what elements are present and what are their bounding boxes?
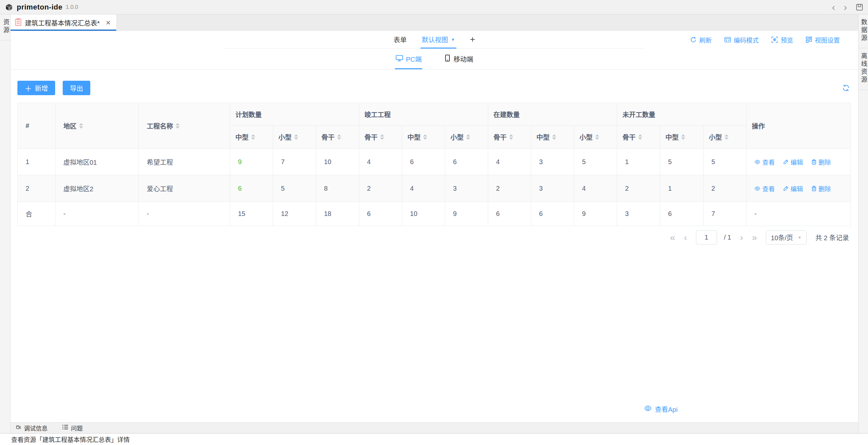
view-settings-label: 视图设置 xyxy=(815,35,840,44)
tab-default-view[interactable]: 默认视图 ▼ xyxy=(422,31,455,48)
titlebar: primeton-ide 1.0.0 ‹ › xyxy=(0,0,868,14)
column-header[interactable]: 地区 xyxy=(56,103,139,149)
sort-icon[interactable] xyxy=(595,134,599,140)
column-subheader[interactable]: 小型 xyxy=(704,126,747,149)
prev-page-icon[interactable]: ‹ xyxy=(684,233,687,242)
table-cell: 3 xyxy=(531,149,574,175)
sort-icon[interactable] xyxy=(294,134,298,140)
delete-icon xyxy=(811,186,816,191)
page-size-select[interactable]: 10条/页 ▼ xyxy=(766,230,807,245)
nav-back-icon[interactable]: ‹ xyxy=(832,2,835,12)
sort-icon[interactable] xyxy=(681,134,685,140)
export-button[interactable]: 导出 xyxy=(63,81,90,95)
tab-mobile[interactable]: 移动端 xyxy=(444,49,473,69)
sort-icon[interactable] xyxy=(337,134,341,140)
sort-icon[interactable] xyxy=(176,123,180,129)
column-subheader[interactable]: 小型 xyxy=(574,126,617,149)
table-cell: 5 xyxy=(704,149,747,175)
chevron-down-icon[interactable]: ▼ xyxy=(451,37,455,42)
sort-icon[interactable] xyxy=(552,134,556,140)
table-cell: 10 xyxy=(316,149,359,175)
view-settings-button[interactable]: 视图设置 xyxy=(806,35,840,44)
table-cell: 虚拟地区01 xyxy=(56,149,139,175)
edit-link[interactable]: 编辑 xyxy=(783,184,803,193)
next-page-icon[interactable]: › xyxy=(740,233,743,242)
add-button[interactable]: ＋ 新增 xyxy=(18,81,55,95)
add-view-button[interactable]: + xyxy=(470,31,475,48)
edit-icon xyxy=(783,159,788,164)
table-cell: 4 xyxy=(488,149,531,175)
table-row: 2虚拟地区2爱心工程658243234212查看编辑删除 xyxy=(18,175,851,202)
bug-icon xyxy=(15,424,21,432)
file-tab[interactable]: 建筑工程基本情况汇总表* ✕ xyxy=(10,14,116,31)
sort-icon[interactable] xyxy=(724,134,728,140)
column-group-header: 未开工数量 xyxy=(617,103,747,126)
table-cell: 爱心工程 xyxy=(139,175,230,202)
sort-icon[interactable] xyxy=(466,134,470,140)
edit-link[interactable]: 编辑 xyxy=(783,158,803,166)
column-subheader[interactable]: 骨干 xyxy=(488,126,531,149)
delete-link[interactable]: 删除 xyxy=(811,158,831,166)
refresh-button[interactable]: 刷新 xyxy=(690,35,712,44)
sort-icon[interactable] xyxy=(638,134,642,140)
column-subheader[interactable]: 中型 xyxy=(402,126,445,149)
sort-icon[interactable] xyxy=(509,134,513,140)
left-sidebar: 资源 xyxy=(0,14,10,433)
sort-icon[interactable] xyxy=(380,134,384,140)
column-subheader[interactable]: 中型 xyxy=(531,126,574,149)
table-cell: 3 xyxy=(531,175,574,202)
tab-form[interactable]: 表单 xyxy=(394,31,407,48)
tab-pc[interactable]: PC端 xyxy=(396,49,422,69)
eye-icon xyxy=(754,186,760,191)
column-subheader[interactable]: 骨干 xyxy=(316,126,359,149)
column-subheader[interactable]: 中型 xyxy=(230,126,273,149)
sort-icon[interactable] xyxy=(79,123,83,129)
summary-row: 合--1512186109669367- xyxy=(18,202,851,226)
file-tab-bar: 建筑工程基本情况汇总表* ✕ xyxy=(10,14,858,31)
table-cell: 5 xyxy=(660,149,704,175)
view-link[interactable]: 查看 xyxy=(754,158,775,166)
table-cell: 18 xyxy=(316,202,359,226)
first-page-icon[interactable]: « xyxy=(670,233,675,242)
column-subheader[interactable]: 中型 xyxy=(660,126,704,149)
column-subheader[interactable]: 小型 xyxy=(445,126,488,149)
view-api-link[interactable]: 查看Api xyxy=(644,404,678,414)
table-cell: 15 xyxy=(230,202,273,226)
sidebar-item-datasource[interactable]: 数据源 xyxy=(859,14,868,48)
delete-link[interactable]: 删除 xyxy=(811,184,831,193)
table-cell: 5 xyxy=(574,149,617,175)
view-tabs: 表单 默认视图 ▼ + xyxy=(224,31,645,49)
column-subheader[interactable]: 骨干 xyxy=(359,126,402,149)
right-sidebar: 数据源 离线资源 xyxy=(858,14,868,433)
table-cell: 6 xyxy=(488,202,531,226)
view-tabs-row: 表单 默认视图 ▼ + 刷新 xyxy=(10,31,858,49)
last-page-icon[interactable]: » xyxy=(752,233,757,242)
problems-button[interactable]: 问题 xyxy=(62,424,83,432)
table-cell: 9 xyxy=(230,149,273,175)
sort-icon[interactable] xyxy=(251,134,255,140)
table-cell: 12 xyxy=(273,202,316,226)
column-header[interactable]: 工程名称 xyxy=(139,103,230,149)
device-tabs: PC端 移动端 xyxy=(10,49,858,70)
debug-info-button[interactable]: 调试信息 xyxy=(15,424,48,432)
sidebar-item-resources[interactable]: 资源 xyxy=(0,14,10,40)
code-mode-button[interactable]: 编码模式 xyxy=(724,35,759,44)
close-icon[interactable]: ✕ xyxy=(106,19,111,27)
nav-forward-icon[interactable]: › xyxy=(844,2,847,12)
sync-icon[interactable] xyxy=(842,84,850,92)
view-link[interactable]: 查看 xyxy=(754,184,775,193)
table-cell: 2 xyxy=(18,175,56,202)
table-cell: 6 xyxy=(445,149,488,175)
list-icon xyxy=(62,424,68,432)
sidebar-item-offline-resources[interactable]: 离线资源 xyxy=(859,48,868,90)
status-bar: 查看资源「建筑工程基本情况汇总表」详情 xyxy=(0,433,868,445)
column-subheader[interactable]: 小型 xyxy=(273,126,316,149)
page-input[interactable]: 1 xyxy=(696,230,717,245)
sort-icon[interactable] xyxy=(423,134,427,140)
preview-label: 预览 xyxy=(781,35,793,44)
save-icon[interactable] xyxy=(856,3,863,11)
column-subheader[interactable]: 骨干 xyxy=(617,126,660,149)
preview-button[interactable]: 预览 xyxy=(771,35,793,44)
data-table: #地区工程名称计划数量竣工工程在建数量未开工数量操作中型小型骨干骨干中型小型骨干… xyxy=(18,103,851,226)
table-cell: 4 xyxy=(574,175,617,202)
